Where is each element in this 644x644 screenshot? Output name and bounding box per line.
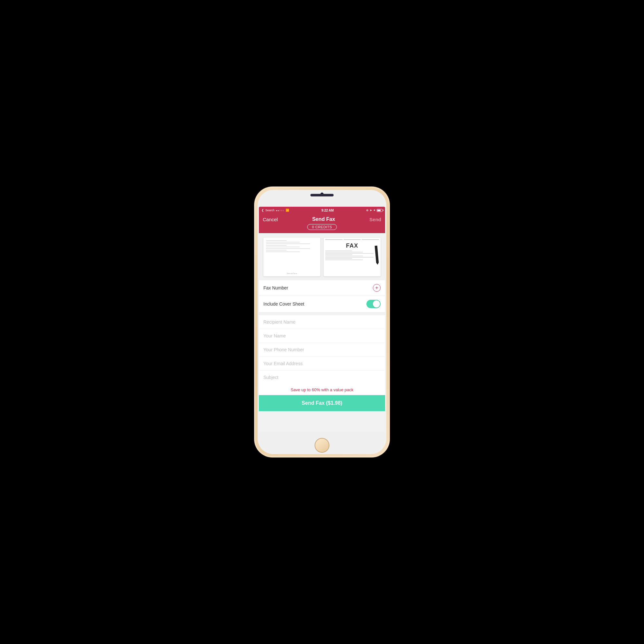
fax-info-line xyxy=(325,256,363,256)
document-previews: Sent via Fax ▸ FAX xyxy=(259,233,385,280)
doc-thumb-blank[interactable]: Sent via Fax ▸ xyxy=(263,238,320,276)
home-button[interactable] xyxy=(315,438,329,453)
fax-info-line xyxy=(325,253,374,254)
fax-number-section: Fax Number + Include Cover Sheet xyxy=(259,280,385,312)
fax-page-content: FAX xyxy=(324,238,381,276)
cover-sheet-row[interactable]: Include Cover Sheet xyxy=(259,296,385,312)
blank-line xyxy=(266,240,287,241)
blank-line xyxy=(266,242,300,242)
page-title: Send Fax xyxy=(312,216,335,222)
app-name: Search xyxy=(265,209,275,212)
navigation-icon: ➤ xyxy=(370,209,372,212)
send-fax-button[interactable]: Send Fax ($1.98) xyxy=(259,395,385,411)
status-time: 9:22 AM xyxy=(321,209,334,212)
cancel-button[interactable]: Cancel xyxy=(263,217,278,222)
phone-field[interactable]: Your Phone Number xyxy=(263,347,304,352)
location-icon: ⊕ xyxy=(366,209,369,212)
navigation-bar: Cancel Send Fax Send 0 CREDITS xyxy=(259,214,385,233)
toggle-thumb xyxy=(373,300,380,308)
email-field[interactable]: Your Email Address xyxy=(263,361,303,366)
wifi-icon: 📶 xyxy=(286,209,289,212)
nav-top-row: Cancel Send Fax Send xyxy=(263,216,381,222)
credits-badge[interactable]: 0 CREDITS xyxy=(307,224,337,230)
cover-sheet-label: Include Cover Sheet xyxy=(263,301,304,307)
back-icon: ❮ xyxy=(261,209,264,212)
section-separator xyxy=(259,312,385,315)
battery-icon xyxy=(377,209,383,212)
fax-hline xyxy=(325,239,343,240)
your-name-field[interactable]: Your Name xyxy=(263,333,286,338)
recipient-name-row[interactable]: Recipient Name xyxy=(259,315,385,329)
blank-line xyxy=(266,250,287,251)
fax-hline xyxy=(362,239,379,240)
fax-info-line xyxy=(325,260,363,260)
fax-info-line xyxy=(325,251,352,251)
send-button[interactable]: Send xyxy=(369,217,381,222)
scroll-content[interactable]: Sent via Fax ▸ FAX xyxy=(259,233,385,432)
fax-number-row[interactable]: Fax Number + xyxy=(259,280,385,296)
fax-number-label: Fax Number xyxy=(263,285,288,290)
blank-line xyxy=(266,251,300,252)
doc-thumb-fax[interactable]: FAX xyxy=(324,238,381,276)
fax-hline xyxy=(344,239,361,240)
subject-row[interactable]: Subject xyxy=(259,371,385,384)
email-row[interactable]: Your Email Address xyxy=(259,357,385,371)
blank-line xyxy=(266,245,287,246)
signal-dots: ●●○○○ xyxy=(276,209,284,212)
fax-info-line xyxy=(325,258,352,259)
phone-row[interactable]: Your Phone Number xyxy=(259,343,385,357)
status-bar: ❮ Search ●●○○○ 📶 9:22 AM ⊕ ➤ ✦ xyxy=(259,207,385,214)
recipient-name-field[interactable]: Recipient Name xyxy=(263,319,296,325)
screen: ❮ Search ●●○○○ 📶 9:22 AM ⊕ ➤ ✦ xyxy=(259,207,385,432)
blank-line xyxy=(266,247,300,247)
fax-info-line xyxy=(325,252,363,252)
cover-sheet-toggle[interactable] xyxy=(366,300,381,308)
credits-row: 0 CREDITS xyxy=(263,224,381,230)
status-right: ⊕ ➤ ✦ xyxy=(366,209,383,212)
doc-footer: Sent via Fax ▸ xyxy=(287,272,297,274)
subject-field[interactable]: Subject xyxy=(263,375,279,380)
upsell-row: Save up to 60% with a value pack xyxy=(259,384,385,395)
fax-info-line xyxy=(325,254,352,255)
your-name-row[interactable]: Your Name xyxy=(259,329,385,343)
add-fax-number-button[interactable]: + xyxy=(373,284,381,292)
fax-info-line xyxy=(325,257,374,258)
upsell-text[interactable]: Save up to 60% with a value pack xyxy=(290,387,353,392)
fax-info-lines xyxy=(325,251,379,260)
blank-line xyxy=(266,248,310,249)
blank-line xyxy=(266,243,310,244)
status-left: ❮ Search ●●○○○ 📶 xyxy=(261,209,289,212)
fax-header xyxy=(325,239,379,240)
send-fax-label: Send Fax ($1.98) xyxy=(302,400,342,406)
cover-sheet-fields: Recipient Name Your Name Your Phone Numb… xyxy=(259,315,385,395)
phone-device: ❮ Search ●●○○○ 📶 9:22 AM ⊕ ➤ ✦ xyxy=(254,187,390,457)
phone-inner: ❮ Search ●●○○○ 📶 9:22 AM ⊕ ➤ ✦ xyxy=(258,190,386,454)
speaker xyxy=(310,194,334,196)
blank-page-content: Sent via Fax ▸ xyxy=(263,238,320,276)
fax-page-title: FAX xyxy=(325,242,379,249)
bluetooth-icon: ✦ xyxy=(373,209,376,212)
